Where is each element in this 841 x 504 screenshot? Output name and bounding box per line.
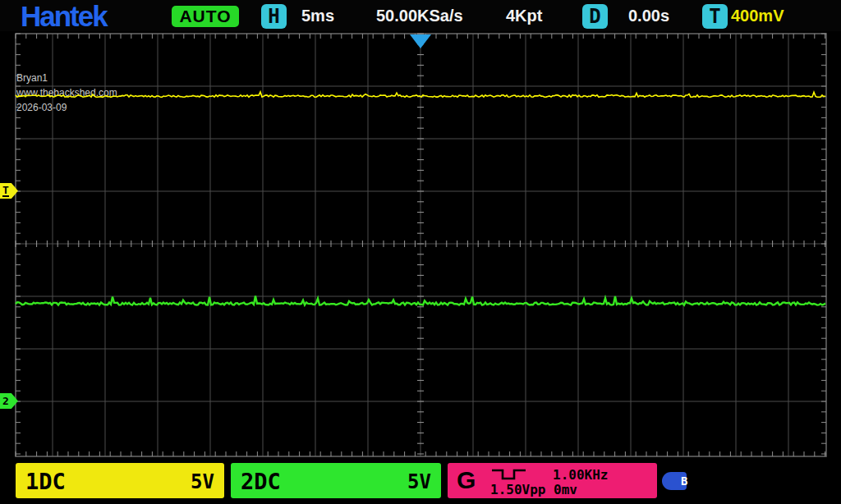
delay-badge[interactable]: D: [582, 4, 608, 29]
generator-amplitude-offset: 1.50Vpp 0mv: [490, 482, 577, 497]
usb-indicator-label: B: [681, 474, 687, 488]
trigger-level-readout: 400mV: [731, 7, 784, 25]
channel2-scale-label: 5V: [407, 470, 431, 493]
horizontal-menu-badge[interactable]: H: [261, 4, 287, 29]
brand-logo: Hantek: [21, 0, 107, 33]
delay-readout: 0.00s: [628, 7, 669, 25]
signal-generator-box[interactable]: G 1.00KHz 1.50Vpp 0mv: [448, 463, 657, 498]
channel2-marker-label: 2: [2, 396, 9, 405]
waveform-traces: [0, 0, 841, 504]
memory-depth-readout: 4Kpt: [506, 7, 542, 25]
generator-frequency: 1.00KHz: [553, 467, 608, 483]
channel2-coupling-label: 2DC: [241, 469, 281, 494]
acquisition-mode-badge[interactable]: AUTO: [172, 6, 239, 27]
trigger-position-marker[interactable]: [410, 34, 431, 48]
channel1-scale-label: 5V: [191, 470, 214, 493]
trigger-badge[interactable]: T: [702, 4, 728, 29]
generator-offset: 0mv: [554, 482, 577, 497]
generator-label: G: [457, 466, 476, 494]
channel2-settings-box[interactable]: 2DC 5V: [231, 463, 441, 498]
bottom-bar: 1DC 5V 2DC 5V G 1.00KHz 1.50Vpp 0mv B: [0, 461, 841, 504]
channel1-settings-box[interactable]: 1DC 5V: [16, 463, 224, 498]
channel1-coupling-label: 1DC: [25, 469, 66, 494]
trigger-level-marker-label: T: [2, 186, 9, 197]
oscilloscope-screen: Hantek AUTO H 5ms 50.00KSa/s 4Kpt D 0.00…: [0, 0, 841, 504]
sample-rate-readout: 50.00KSa/s: [376, 7, 463, 25]
status-bar: Hantek AUTO H 5ms 50.00KSa/s 4Kpt D 0.00…: [0, 0, 841, 31]
generator-amplitude: 1.50Vpp: [490, 482, 545, 497]
timebase-readout: 5ms: [301, 7, 334, 25]
